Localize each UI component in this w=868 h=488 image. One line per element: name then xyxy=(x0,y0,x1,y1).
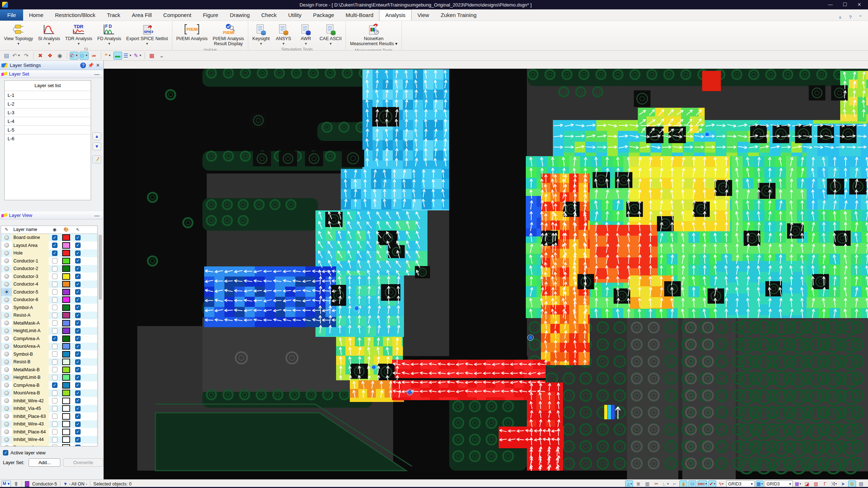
layer-color-swatch[interactable] xyxy=(62,367,70,373)
selectable-checkbox[interactable] xyxy=(75,305,81,310)
visibility-checkbox[interactable] xyxy=(52,359,57,365)
layer-set-row-l-1[interactable]: L-1 xyxy=(5,91,91,99)
layer-set-row-l-3[interactable]: L-3 xyxy=(5,108,91,117)
selectable-checkbox[interactable] xyxy=(75,235,81,240)
layer-row-inhibit-via-45[interactable]: Inhibit_Via-45 xyxy=(1,405,97,413)
wire-corner-icon[interactable]: Γ xyxy=(821,480,829,488)
view-topology-button[interactable]: View Topology▼ xyxy=(1,22,35,46)
layer-color-swatch[interactable] xyxy=(62,242,70,249)
color-pen-button[interactable]: ✎▼ xyxy=(133,52,142,60)
visibility-checkbox[interactable] xyxy=(52,305,57,310)
overflow-button[interactable]: ⌄ xyxy=(157,52,166,60)
move-down-button[interactable]: ▼ xyxy=(93,142,101,150)
visibility-checkbox[interactable] xyxy=(52,258,57,264)
layer-color-swatch[interactable] xyxy=(62,250,70,256)
ansys-button[interactable]: ANSYS▼ xyxy=(272,22,295,46)
mode-selector[interactable]: M ▾ xyxy=(1,481,11,487)
dropdown-arrow-icon[interactable]: ▼ xyxy=(146,42,149,46)
edit-set-button[interactable]: 📝 xyxy=(93,155,101,163)
selectable-checkbox[interactable] xyxy=(75,251,81,256)
active-layer-indicator[interactable]: Conductor-5 xyxy=(32,481,57,487)
visibility-checkbox[interactable] xyxy=(52,297,57,303)
active-layer-radio[interactable] xyxy=(4,383,9,388)
grid-toggle-2[interactable]: ▦▾ xyxy=(794,480,802,488)
comment-button[interactable]: ❝▼ xyxy=(104,52,112,60)
visibility-checkbox[interactable] xyxy=(52,235,57,240)
selectable-checkbox[interactable] xyxy=(75,367,81,372)
dropdown-arrow-icon[interactable]: ▼ xyxy=(282,42,285,46)
selectable-checkbox[interactable] xyxy=(75,243,81,248)
layer-row-mountarea-a[interactable]: MountArea-A xyxy=(1,343,97,351)
selectable-checkbox[interactable] xyxy=(75,406,81,411)
grid-combo-1[interactable]: GRID3▾ xyxy=(726,480,755,487)
active-layer-radio[interactable] xyxy=(4,360,9,364)
export-spice-netlist-button[interactable]: SPICEExport SPICE Netlist▼ xyxy=(124,22,170,46)
layer-color-swatch[interactable] xyxy=(62,335,70,342)
selectable-checkbox[interactable] xyxy=(75,351,81,357)
layer-row-resist-b[interactable]: Resist-B xyxy=(1,358,97,366)
layer-row-board-outline[interactable]: Board outline xyxy=(1,234,97,242)
tab-component[interactable]: Component xyxy=(158,10,197,21)
checklist-icon[interactable]: ≣ xyxy=(634,480,642,488)
layer-row-symbol-a[interactable]: Symbol-A xyxy=(1,304,97,312)
post-check-icon[interactable]: ✔▾ xyxy=(708,480,716,488)
layer-row-conductor-3[interactable]: Conductor-3 xyxy=(1,273,97,281)
layer-color-swatch[interactable] xyxy=(62,429,70,435)
dropdown-arrow-icon[interactable]: ▼ xyxy=(17,42,20,46)
maximize-button[interactable]: ☐ xyxy=(838,1,852,9)
layer-row-conductor-2[interactable]: Conductor-2 xyxy=(1,265,97,273)
layer-set-row-l-5[interactable]: L-5 xyxy=(5,125,91,134)
cut-icon[interactable]: ✂ xyxy=(652,480,660,488)
layer-row-resist-a[interactable]: Resist-A xyxy=(1,312,97,320)
active-layer-radio[interactable] xyxy=(4,329,9,333)
selectable-checkbox[interactable] xyxy=(75,429,81,435)
active-layer-radio[interactable] xyxy=(4,398,9,403)
selectable-checkbox[interactable] xyxy=(75,282,81,287)
layer-color-swatch[interactable] xyxy=(62,320,70,326)
layer-color-swatch[interactable] xyxy=(62,312,70,318)
dropdown-arrow-icon[interactable]: ▼ xyxy=(329,42,332,46)
selectable-checkbox[interactable] xyxy=(75,336,81,341)
active-layer-radio[interactable] xyxy=(4,429,9,434)
active-layer-radio[interactable] xyxy=(4,251,9,256)
selectable-checkbox[interactable] xyxy=(75,313,81,318)
microphone-icon[interactable]: 🎙 xyxy=(14,481,19,487)
visibility-checkbox[interactable] xyxy=(52,313,57,318)
layer-set-list[interactable]: Layer set list L-1L-2L-3L-4L-5L-6 xyxy=(4,80,91,200)
layer-color-swatch[interactable] xyxy=(62,382,70,389)
drc-icon[interactable]: DRC▾ xyxy=(697,480,707,488)
visibility-checkbox[interactable] xyxy=(52,406,57,411)
pcb-canvas[interactable] xyxy=(104,69,868,479)
layer-color-swatch[interactable] xyxy=(62,296,70,303)
selectable-checkbox[interactable] xyxy=(75,328,81,334)
visibility-checkbox[interactable] xyxy=(52,336,57,341)
layer-bars-button[interactable]: ☰▼ xyxy=(123,52,132,60)
layer-color-swatch[interactable] xyxy=(62,258,70,264)
layer-row-metalmask-b[interactable]: MetalMask-B xyxy=(1,366,97,374)
layer-row-mountarea-b[interactable]: MountArea-B xyxy=(1,389,97,397)
power-icon[interactable]: ▮ xyxy=(679,480,687,488)
visibility-checkbox[interactable] xyxy=(52,414,57,419)
pointer-check-icon[interactable]: ➤ xyxy=(839,480,847,488)
panel-help-button[interactable]: ? xyxy=(80,63,86,68)
active-layer-radio[interactable] xyxy=(4,352,9,356)
layer-row-hole[interactable]: Hole xyxy=(1,249,97,257)
layer-row-inhibit-wire-42[interactable]: Inhibit_Wire-42 xyxy=(1,397,97,405)
tab-home[interactable]: Home xyxy=(23,10,49,21)
wireless-icon[interactable]: ◬▾ xyxy=(625,480,633,488)
layer-row-conductor-6[interactable]: Conductor-6 xyxy=(1,296,97,304)
active-layer-view-checkbox[interactable] xyxy=(3,450,8,455)
active-layer-radio[interactable] xyxy=(4,422,9,427)
dropdown-arrow-icon[interactable]: ▼ xyxy=(77,42,80,46)
layer-set-row-l-2[interactable]: L-2 xyxy=(5,99,91,108)
active-layer-radio[interactable] xyxy=(4,367,9,372)
tab-track[interactable]: Track xyxy=(101,10,126,21)
selectable-checkbox[interactable] xyxy=(75,274,81,279)
corner-icon[interactable]: ∟▾ xyxy=(661,480,669,488)
selectable-checkbox[interactable] xyxy=(75,359,81,365)
delete-pick-button[interactable]: ✖ xyxy=(36,52,45,60)
visibility-checkbox[interactable] xyxy=(52,382,57,388)
component-red-icon[interactable]: ▥ xyxy=(812,480,820,488)
component-icon[interactable]: ▥ xyxy=(643,480,651,488)
layer-row-conductor-1[interactable]: Conductor-1 xyxy=(1,257,97,265)
